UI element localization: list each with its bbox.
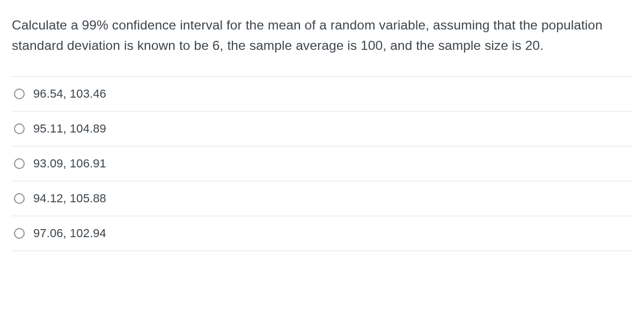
option-item[interactable]: 97.06, 102.94 bbox=[12, 216, 632, 251]
radio-icon[interactable] bbox=[14, 89, 25, 99]
radio-icon[interactable] bbox=[14, 158, 25, 169]
option-label: 96.54, 103.46 bbox=[33, 87, 106, 101]
option-label: 94.12, 105.88 bbox=[33, 192, 106, 205]
option-item[interactable]: 94.12, 105.88 bbox=[12, 181, 632, 216]
radio-icon[interactable] bbox=[14, 123, 25, 134]
radio-icon[interactable] bbox=[14, 228, 25, 239]
options-list: 96.54, 103.46 95.11, 104.89 93.09, 106.9… bbox=[12, 76, 632, 251]
radio-icon[interactable] bbox=[14, 193, 25, 204]
option-item[interactable]: 95.11, 104.89 bbox=[12, 111, 632, 146]
option-item[interactable]: 96.54, 103.46 bbox=[12, 76, 632, 111]
option-label: 97.06, 102.94 bbox=[33, 226, 106, 240]
option-label: 95.11, 104.89 bbox=[33, 122, 106, 136]
option-item[interactable]: 93.09, 106.91 bbox=[12, 146, 632, 181]
option-label: 93.09, 106.91 bbox=[33, 157, 106, 171]
question-text: Calculate a 99% confidence interval for … bbox=[12, 15, 632, 56]
